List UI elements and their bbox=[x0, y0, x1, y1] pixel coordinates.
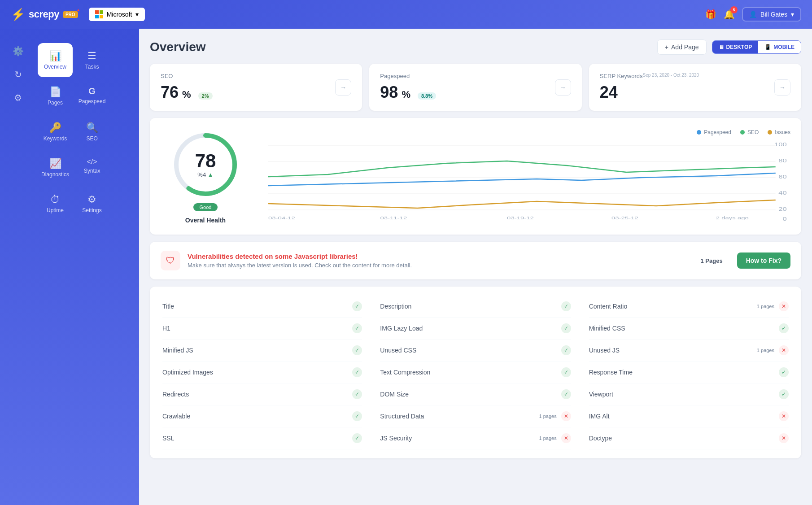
seo-value: 76 bbox=[161, 83, 179, 102]
seo-label: SEO bbox=[161, 73, 213, 79]
user-chevron-icon: ▾ bbox=[791, 11, 794, 18]
check-unused-js: Unused JS 1 pages ✕ bbox=[589, 340, 789, 361]
refresh-icon: ↻ bbox=[14, 69, 22, 80]
check-crawlable-label: Crawlable bbox=[162, 413, 190, 420]
checks-card: Title ✓ H1 ✓ Minified JS ✓ Optimized Ima… bbox=[150, 287, 801, 458]
check-structured-data-icons: 1 pages ✕ bbox=[539, 411, 571, 421]
syntax-label: Syntax bbox=[84, 168, 100, 174]
app-name: screpy bbox=[29, 9, 59, 20]
sidebar-item-syntax[interactable]: </> Syntax bbox=[74, 151, 109, 185]
checks-column-1: Title ✓ H1 ✓ Minified JS ✓ Optimized Ima… bbox=[162, 296, 371, 449]
user-menu-button[interactable]: 👤 Bill Gates ▾ bbox=[742, 7, 801, 22]
add-page-button[interactable]: + Add Page bbox=[657, 39, 707, 55]
sidebar-divider bbox=[9, 115, 27, 115]
tools-icon: ⚙️ bbox=[13, 46, 24, 57]
shield-alert-icon: 🛡 bbox=[166, 256, 175, 266]
notification-button[interactable]: 🔔 5 bbox=[724, 9, 735, 20]
content-area: Overview + Add Page 🖥 DESKTOP 📱 MOBILE bbox=[139, 29, 812, 505]
sidebar-icon-tools[interactable]: ⚙️ bbox=[3, 41, 33, 61]
check-unused-css-label: Unused CSS bbox=[380, 347, 416, 354]
overview-icon: 📊 bbox=[49, 50, 61, 62]
check-text-compression: Text Compression ✓ bbox=[380, 361, 571, 383]
pagespeed-card-info: Pagespeed 98 % 8.8% bbox=[380, 73, 436, 102]
content-ratio-pages: 1 pages bbox=[757, 304, 774, 309]
fix-label: How to Fix? bbox=[746, 257, 781, 264]
overview-label: Overview bbox=[44, 64, 66, 70]
gift-icon[interactable]: 🎁 bbox=[705, 9, 716, 20]
health-score: 78 bbox=[195, 152, 216, 170]
check-img-alt: IMG Alt ✕ bbox=[589, 405, 789, 427]
check-js-security-status: ✕ bbox=[561, 433, 571, 443]
check-minified-js: Minified JS ✓ bbox=[162, 340, 362, 361]
pagespeed-icon: G bbox=[88, 86, 96, 96]
check-description: Description ✓ bbox=[380, 296, 571, 318]
issues-legend-label: Issues bbox=[775, 129, 790, 135]
check-dom-size: DOM Size ✓ bbox=[380, 383, 571, 405]
page-title: Overview bbox=[150, 40, 206, 54]
sidebar-item-keywords[interactable]: 🔑 Keywords bbox=[38, 115, 73, 149]
pagespeed-card: Pagespeed 98 % 8.8% → bbox=[369, 64, 581, 111]
header-actions: + Add Page 🖥 DESKTOP 📱 MOBILE bbox=[657, 39, 801, 55]
uptime-icon: ⏱ bbox=[50, 194, 60, 205]
page-header: Overview + Add Page 🖥 DESKTOP 📱 MOBILE bbox=[150, 39, 801, 55]
sidebar-item-uptime[interactable]: ⏱ Uptime bbox=[38, 187, 73, 221]
desktop-view-button[interactable]: 🖥 DESKTOP bbox=[712, 41, 759, 53]
check-title: Title ✓ bbox=[162, 296, 362, 318]
check-dom-size-status: ✓ bbox=[561, 389, 571, 399]
check-doctype-label: Doctype bbox=[589, 435, 612, 442]
pages-label: Pages bbox=[48, 100, 63, 106]
sidebar-icon-refresh[interactable]: ↻ bbox=[3, 65, 33, 84]
pagespeed-arrow-button[interactable]: → bbox=[555, 79, 571, 96]
metric-cards: SEO 76 % 2% → Pagespeed 98 % 8.8% bbox=[150, 64, 801, 111]
keywords-icon: 🔑 bbox=[49, 122, 61, 134]
check-img-alt-status: ✕ bbox=[779, 411, 789, 421]
check-description-label: Description bbox=[380, 303, 411, 310]
check-js-security-icons: 1 pages ✕ bbox=[539, 433, 571, 443]
sidebar-item-pages[interactable]: 📄 Pages bbox=[38, 79, 73, 113]
nav-right: 🎁 🔔 5 👤 Bill Gates ▾ bbox=[705, 7, 801, 22]
check-optimized-images: Optimized Images ✓ bbox=[162, 361, 362, 383]
serp-arrow-button[interactable]: → bbox=[774, 79, 790, 96]
uptime-label: Uptime bbox=[47, 207, 64, 213]
check-response-time-status: ✓ bbox=[779, 367, 789, 377]
check-content-ratio-status: ✕ bbox=[779, 301, 789, 311]
checks-column-2: Description ✓ IMG Lazy Load ✓ Unused CSS… bbox=[371, 296, 580, 449]
sidebar-icon-settings[interactable]: ⚙ bbox=[3, 88, 33, 108]
notification-badge: 5 bbox=[730, 6, 738, 13]
check-unused-css-status: ✓ bbox=[561, 345, 571, 355]
microsoft-button[interactable]: Microsoft ▾ bbox=[89, 8, 145, 21]
diagnostics-label: Diagnostics bbox=[41, 171, 69, 178]
seo-arrow-button[interactable]: → bbox=[335, 79, 351, 96]
check-unused-js-label: Unused JS bbox=[589, 347, 620, 354]
check-description-status: ✓ bbox=[561, 301, 571, 311]
check-title-label: Title bbox=[162, 303, 174, 310]
svg-text:60: 60 bbox=[778, 174, 787, 179]
check-redirects-status: ✓ bbox=[352, 389, 362, 399]
check-h1: H1 ✓ bbox=[162, 318, 362, 340]
sidebar-item-pagespeed[interactable]: G Pagespeed bbox=[74, 79, 109, 113]
legend-seo: SEO bbox=[740, 129, 759, 135]
alert-title: Vulnerabilities detected on some Javascr… bbox=[188, 252, 694, 260]
settings-label: Settings bbox=[82, 207, 101, 213]
plus-icon: + bbox=[665, 44, 668, 51]
alert-content: Vulnerabilities detected on some Javascr… bbox=[188, 252, 694, 269]
sidebar-item-overview[interactable]: 📊 Overview bbox=[38, 43, 73, 77]
how-to-fix-button[interactable]: How to Fix? bbox=[737, 252, 790, 269]
sidebar-item-tasks[interactable]: ☰ Tasks bbox=[74, 43, 109, 77]
pagespeed-label: Pagespeed bbox=[380, 73, 436, 79]
svg-text:100: 100 bbox=[774, 142, 787, 147]
check-redirects: Redirects ✓ bbox=[162, 383, 362, 405]
keywords-label: Keywords bbox=[44, 135, 67, 142]
check-ssl: SSL ✓ bbox=[162, 427, 362, 449]
check-response-time: Response Time ✓ bbox=[589, 361, 789, 383]
sidebar-item-diagnostics[interactable]: 📈 Diagnostics bbox=[38, 151, 73, 185]
check-minified-css: Minified CSS ✓ bbox=[589, 318, 789, 340]
alert-description: Make sure that always the latest version… bbox=[188, 262, 694, 269]
sidebar-item-settings[interactable]: ⚙ Settings bbox=[74, 187, 109, 221]
sidebar-item-seo[interactable]: 🔍 SEO bbox=[74, 115, 109, 149]
svg-text:03-11-12: 03-11-12 bbox=[380, 216, 407, 220]
seo-badge: 2% bbox=[198, 92, 213, 100]
check-content-ratio-label: Content Ratio bbox=[589, 303, 628, 310]
check-crawlable: Crawlable ✓ bbox=[162, 405, 362, 427]
mobile-view-button[interactable]: 📱 MOBILE bbox=[758, 41, 801, 53]
